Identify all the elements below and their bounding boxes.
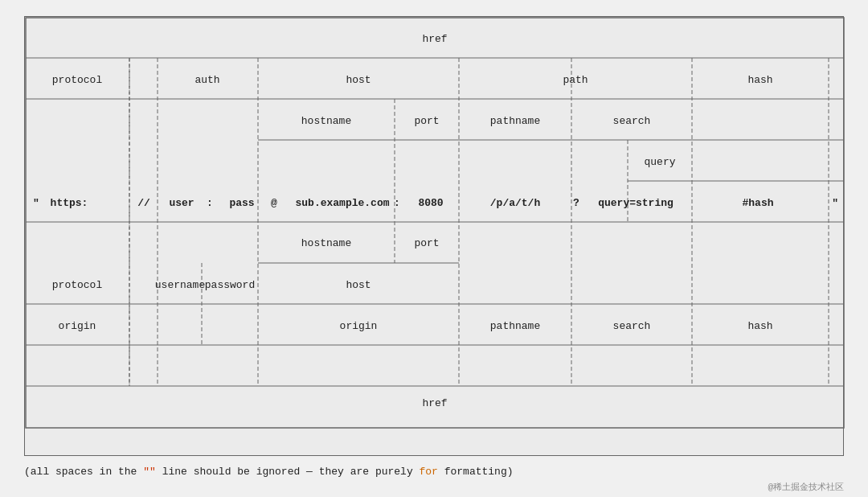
url-diagram: text { font-family: 'Courier New', Couri… — [24, 16, 844, 456]
hash-top-label: hash — [747, 74, 772, 86]
url-path: /p/a/t/h — [490, 197, 541, 209]
url-hash: #hash — [742, 197, 773, 209]
host-bot-label: host — [346, 279, 371, 291]
footnote-text: (all spaces in the — [24, 466, 143, 478]
footnote: (all spaces in the "" line should be ign… — [24, 466, 844, 478]
footnote-quote-highlight: "" — [143, 466, 156, 478]
pathname-top-label: pathname — [490, 115, 540, 127]
username-label: username — [155, 279, 205, 291]
footnote-text3: formatting) — [438, 466, 514, 478]
protocol-bot-label: protocol — [52, 279, 103, 291]
url-quote2: " — [832, 197, 838, 209]
url-port: 8080 — [418, 197, 443, 209]
search-top-label: search — [613, 115, 651, 127]
url-query: query=string — [598, 197, 674, 209]
url-quote1: " — [33, 197, 39, 209]
host-top-label: host — [346, 74, 371, 86]
origin-right-label: origin — [340, 320, 378, 332]
path-top-label: path — [563, 74, 588, 86]
protocol-top-label: protocol — [52, 74, 103, 86]
footnote-for-highlight: for — [420, 466, 438, 478]
pathname-bot-label: pathname — [490, 320, 540, 332]
watermark: @稀土掘金技术社区 — [24, 481, 844, 493]
url-slashes: // — [137, 197, 150, 209]
password-label: password — [205, 279, 255, 291]
url-at: @ — [271, 197, 277, 209]
port-top-label: port — [414, 115, 439, 127]
href-top-label: href — [422, 33, 447, 45]
svg-rect-0 — [26, 18, 844, 428]
url-hostname: sub.example.com — [295, 197, 389, 209]
hash-bot-label: hash — [747, 320, 772, 332]
url-user: user — [169, 197, 194, 209]
url-pass: pass — [229, 197, 254, 209]
origin-left-label: origin — [59, 320, 96, 332]
query-label: query — [644, 156, 675, 168]
auth-top-label: auth — [194, 74, 219, 86]
url-https: https: — [51, 197, 88, 209]
href-bot-label: href — [422, 397, 447, 409]
hostname-bot-label: hostname — [301, 237, 351, 249]
hostname-top-label: hostname — [301, 115, 351, 127]
url-qmark: ? — [573, 197, 579, 209]
url-colon1: : — [207, 197, 213, 209]
url-colon2: : — [394, 197, 400, 209]
main-container: text { font-family: 'Courier New', Couri… — [16, 0, 852, 497]
search-bot-label: search — [613, 320, 651, 332]
port-bot-label: port — [414, 237, 439, 249]
footnote-text2: line should be ignored — they are purely — [156, 466, 420, 478]
